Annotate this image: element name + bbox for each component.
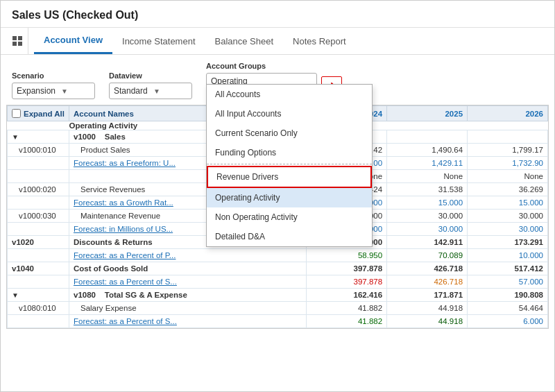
dataview-chevron-icon: ▼ (153, 87, 187, 95)
dropdown-item-current-scenario-only[interactable]: Current Scenario Only (207, 123, 372, 143)
scenario-select[interactable]: Expansion ▼ (12, 83, 95, 99)
forecast-link[interactable]: Forecast: as a Percent of P... (74, 251, 176, 259)
scenario-control: Scenario Expansion ▼ (12, 71, 95, 99)
col2025-header: 2025 (387, 106, 468, 121)
forecast-link[interactable]: Forecast: as a Freeform: U... (74, 159, 176, 167)
dropdown-item-all-input-accounts[interactable]: All Input Accounts (207, 104, 372, 123)
scenario-value: Expansion (17, 86, 56, 96)
triangle-icon: ▼ (12, 291, 19, 299)
dropdown-item-funding-options[interactable]: Funding Options (207, 143, 372, 162)
triangle-icon: ▼ (12, 133, 19, 141)
table-row: v1080:010 Salary Expense 41.882 44.918 5… (8, 302, 548, 315)
col2026-header: 2026 (468, 106, 548, 121)
table-row: Forecast: as a Percent of S... 397.878 4… (8, 275, 548, 289)
dataview-select[interactable]: Standard ▼ (109, 83, 192, 99)
account-groups-control: Account Groups Operating Activity ▼ All … (206, 62, 342, 99)
dropdown-divider (207, 164, 372, 164)
expand-all-checkbox[interactable] (12, 109, 21, 118)
tab-notes-report[interactable]: Notes Report (283, 29, 356, 53)
table-row: Forecast: as a Percent of P... 58.950 70… (8, 249, 548, 262)
dropdown-item-revenue-drivers[interactable]: Revenue Drivers (207, 166, 372, 188)
scenario-label: Scenario (12, 71, 95, 80)
tab-account-view[interactable]: Account View (34, 28, 112, 54)
table-row: Forecast: as a Percent of S... 41.882 44… (8, 315, 548, 328)
controls-row: Scenario Expansion ▼ Dataview Standard ▼… (1, 55, 554, 105)
forecast-link[interactable]: Forecast: as a Percent of S... (74, 278, 177, 286)
dataview-label: Dataview (109, 71, 192, 80)
account-groups-label: Account Groups (206, 62, 342, 70)
svg-rect-1 (18, 36, 22, 40)
dropdown-item-non-operating-activity[interactable]: Non Operating Activity (207, 207, 372, 227)
forecast-link[interactable]: Forecast: in Millions of US... (74, 225, 173, 233)
forecast-link[interactable]: Forecast: as a Growth Rat... (74, 198, 173, 207)
tabs-bar: Account View Income Statement Balance Sh… (1, 28, 554, 55)
grid-view-icon[interactable] (6, 28, 28, 54)
dropdown-item-operating-activity[interactable]: Operating Activity (207, 188, 372, 207)
tab-balance-sheet[interactable]: Balance Sheet (205, 29, 284, 53)
tab-income-statement[interactable]: Income Statement (112, 29, 205, 53)
dataview-control: Dataview Standard ▼ (109, 71, 192, 99)
svg-rect-3 (18, 42, 22, 46)
dropdown-item-detailed-da[interactable]: Detailed D&A (207, 227, 372, 246)
expand-all-header[interactable]: Expand All (8, 106, 69, 121)
svg-rect-0 (12, 36, 17, 40)
dropdown-item-all-accounts[interactable]: All Accounts (207, 85, 372, 104)
forecast-link[interactable]: Forecast: as a Percent of S... (74, 317, 177, 325)
table-row: ▼ v1080 Total SG & A Expense 162.416 171… (8, 289, 548, 302)
table-row: v1040 Cost of Goods Sold 397.878 426.718… (8, 262, 548, 275)
scenario-chevron-icon: ▼ (61, 87, 90, 95)
page-title: Sales US (Checked Out) (1, 1, 554, 28)
dataview-value: Standard (114, 86, 148, 96)
account-groups-dropdown: All Accounts All Input Accounts Current … (206, 84, 373, 247)
svg-rect-2 (12, 42, 17, 46)
